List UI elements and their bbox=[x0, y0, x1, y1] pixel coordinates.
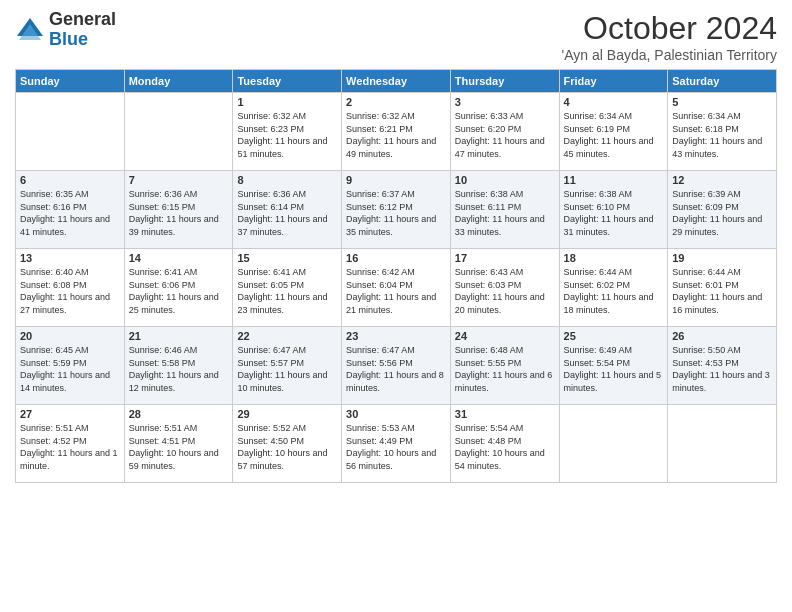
table-cell: 5Sunrise: 6:34 AM Sunset: 6:18 PM Daylig… bbox=[668, 93, 777, 171]
table-cell: 8Sunrise: 6:36 AM Sunset: 6:14 PM Daylig… bbox=[233, 171, 342, 249]
table-cell: 14Sunrise: 6:41 AM Sunset: 6:06 PM Dayli… bbox=[124, 249, 233, 327]
day-info: Sunrise: 6:32 AM Sunset: 6:23 PM Dayligh… bbox=[237, 110, 337, 160]
table-cell bbox=[668, 405, 777, 483]
title-block: October 2024 'Ayn al Bayda, Palestinian … bbox=[562, 10, 777, 63]
day-info: Sunrise: 6:35 AM Sunset: 6:16 PM Dayligh… bbox=[20, 188, 120, 238]
logo-blue: Blue bbox=[49, 29, 88, 49]
day-number: 7 bbox=[129, 174, 229, 186]
day-info: Sunrise: 6:44 AM Sunset: 6:02 PM Dayligh… bbox=[564, 266, 664, 316]
day-number: 16 bbox=[346, 252, 446, 264]
day-number: 14 bbox=[129, 252, 229, 264]
week-row-5: 27Sunrise: 5:51 AM Sunset: 4:52 PM Dayli… bbox=[16, 405, 777, 483]
col-tuesday: Tuesday bbox=[233, 70, 342, 93]
day-number: 15 bbox=[237, 252, 337, 264]
table-cell bbox=[124, 93, 233, 171]
day-info: Sunrise: 6:44 AM Sunset: 6:01 PM Dayligh… bbox=[672, 266, 772, 316]
table-cell: 9Sunrise: 6:37 AM Sunset: 6:12 PM Daylig… bbox=[342, 171, 451, 249]
week-row-1: 1Sunrise: 6:32 AM Sunset: 6:23 PM Daylig… bbox=[16, 93, 777, 171]
day-info: Sunrise: 6:47 AM Sunset: 5:56 PM Dayligh… bbox=[346, 344, 446, 394]
day-number: 3 bbox=[455, 96, 555, 108]
day-number: 17 bbox=[455, 252, 555, 264]
table-cell: 3Sunrise: 6:33 AM Sunset: 6:20 PM Daylig… bbox=[450, 93, 559, 171]
table-cell: 20Sunrise: 6:45 AM Sunset: 5:59 PM Dayli… bbox=[16, 327, 125, 405]
day-number: 30 bbox=[346, 408, 446, 420]
day-info: Sunrise: 6:42 AM Sunset: 6:04 PM Dayligh… bbox=[346, 266, 446, 316]
table-cell: 13Sunrise: 6:40 AM Sunset: 6:08 PM Dayli… bbox=[16, 249, 125, 327]
day-info: Sunrise: 5:51 AM Sunset: 4:51 PM Dayligh… bbox=[129, 422, 229, 472]
day-info: Sunrise: 6:41 AM Sunset: 6:05 PM Dayligh… bbox=[237, 266, 337, 316]
table-cell bbox=[559, 405, 668, 483]
day-number: 19 bbox=[672, 252, 772, 264]
table-cell: 11Sunrise: 6:38 AM Sunset: 6:10 PM Dayli… bbox=[559, 171, 668, 249]
table-cell bbox=[16, 93, 125, 171]
page: General Blue October 2024 'Ayn al Bayda,… bbox=[0, 0, 792, 612]
table-cell: 17Sunrise: 6:43 AM Sunset: 6:03 PM Dayli… bbox=[450, 249, 559, 327]
day-number: 27 bbox=[20, 408, 120, 420]
table-cell: 30Sunrise: 5:53 AM Sunset: 4:49 PM Dayli… bbox=[342, 405, 451, 483]
day-number: 12 bbox=[672, 174, 772, 186]
day-number: 22 bbox=[237, 330, 337, 342]
day-number: 21 bbox=[129, 330, 229, 342]
table-cell: 25Sunrise: 6:49 AM Sunset: 5:54 PM Dayli… bbox=[559, 327, 668, 405]
day-info: Sunrise: 6:40 AM Sunset: 6:08 PM Dayligh… bbox=[20, 266, 120, 316]
day-info: Sunrise: 6:32 AM Sunset: 6:21 PM Dayligh… bbox=[346, 110, 446, 160]
table-cell: 26Sunrise: 5:50 AM Sunset: 4:53 PM Dayli… bbox=[668, 327, 777, 405]
table-cell: 4Sunrise: 6:34 AM Sunset: 6:19 PM Daylig… bbox=[559, 93, 668, 171]
day-number: 1 bbox=[237, 96, 337, 108]
location-subtitle: 'Ayn al Bayda, Palestinian Territory bbox=[562, 47, 777, 63]
week-row-4: 20Sunrise: 6:45 AM Sunset: 5:59 PM Dayli… bbox=[16, 327, 777, 405]
day-info: Sunrise: 6:34 AM Sunset: 6:19 PM Dayligh… bbox=[564, 110, 664, 160]
table-cell: 19Sunrise: 6:44 AM Sunset: 6:01 PM Dayli… bbox=[668, 249, 777, 327]
day-info: Sunrise: 6:36 AM Sunset: 6:15 PM Dayligh… bbox=[129, 188, 229, 238]
day-number: 18 bbox=[564, 252, 664, 264]
day-info: Sunrise: 6:41 AM Sunset: 6:06 PM Dayligh… bbox=[129, 266, 229, 316]
day-number: 2 bbox=[346, 96, 446, 108]
day-info: Sunrise: 5:54 AM Sunset: 4:48 PM Dayligh… bbox=[455, 422, 555, 472]
table-cell: 16Sunrise: 6:42 AM Sunset: 6:04 PM Dayli… bbox=[342, 249, 451, 327]
col-thursday: Thursday bbox=[450, 70, 559, 93]
day-number: 9 bbox=[346, 174, 446, 186]
day-info: Sunrise: 6:45 AM Sunset: 5:59 PM Dayligh… bbox=[20, 344, 120, 394]
day-number: 23 bbox=[346, 330, 446, 342]
table-cell: 2Sunrise: 6:32 AM Sunset: 6:21 PM Daylig… bbox=[342, 93, 451, 171]
day-number: 10 bbox=[455, 174, 555, 186]
table-cell: 1Sunrise: 6:32 AM Sunset: 6:23 PM Daylig… bbox=[233, 93, 342, 171]
table-cell: 28Sunrise: 5:51 AM Sunset: 4:51 PM Dayli… bbox=[124, 405, 233, 483]
day-info: Sunrise: 6:34 AM Sunset: 6:18 PM Dayligh… bbox=[672, 110, 772, 160]
day-number: 28 bbox=[129, 408, 229, 420]
day-info: Sunrise: 5:51 AM Sunset: 4:52 PM Dayligh… bbox=[20, 422, 120, 472]
day-number: 25 bbox=[564, 330, 664, 342]
day-number: 6 bbox=[20, 174, 120, 186]
table-cell: 12Sunrise: 6:39 AM Sunset: 6:09 PM Dayli… bbox=[668, 171, 777, 249]
day-info: Sunrise: 6:38 AM Sunset: 6:10 PM Dayligh… bbox=[564, 188, 664, 238]
logo-general: General bbox=[49, 9, 116, 29]
table-cell: 22Sunrise: 6:47 AM Sunset: 5:57 PM Dayli… bbox=[233, 327, 342, 405]
calendar-table: Sunday Monday Tuesday Wednesday Thursday… bbox=[15, 69, 777, 483]
logo: General Blue bbox=[15, 10, 116, 50]
day-number: 20 bbox=[20, 330, 120, 342]
table-cell: 18Sunrise: 6:44 AM Sunset: 6:02 PM Dayli… bbox=[559, 249, 668, 327]
table-cell: 24Sunrise: 6:48 AM Sunset: 5:55 PM Dayli… bbox=[450, 327, 559, 405]
day-number: 26 bbox=[672, 330, 772, 342]
day-info: Sunrise: 5:53 AM Sunset: 4:49 PM Dayligh… bbox=[346, 422, 446, 472]
day-info: Sunrise: 6:37 AM Sunset: 6:12 PM Dayligh… bbox=[346, 188, 446, 238]
table-cell: 6Sunrise: 6:35 AM Sunset: 6:16 PM Daylig… bbox=[16, 171, 125, 249]
table-cell: 29Sunrise: 5:52 AM Sunset: 4:50 PM Dayli… bbox=[233, 405, 342, 483]
day-info: Sunrise: 6:47 AM Sunset: 5:57 PM Dayligh… bbox=[237, 344, 337, 394]
col-saturday: Saturday bbox=[668, 70, 777, 93]
day-number: 31 bbox=[455, 408, 555, 420]
day-info: Sunrise: 6:39 AM Sunset: 6:09 PM Dayligh… bbox=[672, 188, 772, 238]
day-number: 4 bbox=[564, 96, 664, 108]
day-info: Sunrise: 6:36 AM Sunset: 6:14 PM Dayligh… bbox=[237, 188, 337, 238]
day-info: Sunrise: 6:38 AM Sunset: 6:11 PM Dayligh… bbox=[455, 188, 555, 238]
day-info: Sunrise: 6:43 AM Sunset: 6:03 PM Dayligh… bbox=[455, 266, 555, 316]
logo-text: General Blue bbox=[49, 10, 116, 50]
day-info: Sunrise: 6:49 AM Sunset: 5:54 PM Dayligh… bbox=[564, 344, 664, 394]
header-row: Sunday Monday Tuesday Wednesday Thursday… bbox=[16, 70, 777, 93]
col-friday: Friday bbox=[559, 70, 668, 93]
day-info: Sunrise: 6:48 AM Sunset: 5:55 PM Dayligh… bbox=[455, 344, 555, 394]
week-row-3: 13Sunrise: 6:40 AM Sunset: 6:08 PM Dayli… bbox=[16, 249, 777, 327]
day-number: 11 bbox=[564, 174, 664, 186]
day-info: Sunrise: 6:46 AM Sunset: 5:58 PM Dayligh… bbox=[129, 344, 229, 394]
day-number: 5 bbox=[672, 96, 772, 108]
